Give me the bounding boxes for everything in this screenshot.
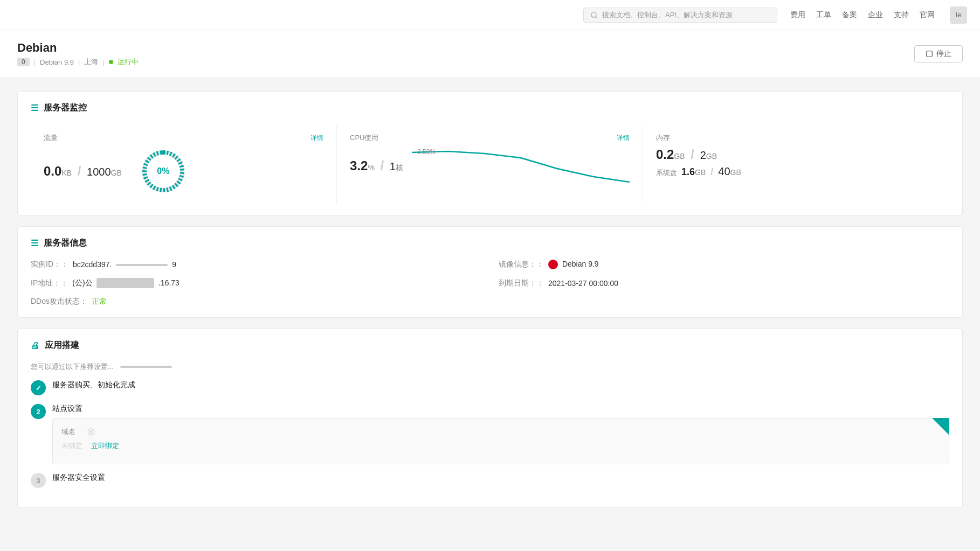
header-meta: 0 | Debian 9.9 | 上海 | 运行中: [17, 57, 139, 67]
step3-circle: 3: [31, 473, 46, 488]
memory-label: 内存: [656, 133, 936, 143]
search-icon: [590, 11, 598, 19]
app-section-header: 🖨 应用搭建: [31, 340, 949, 351]
step1-circle: ✓: [31, 380, 46, 395]
stop-icon: [926, 50, 933, 58]
help-icon: ?: [87, 428, 95, 436]
info-section-title: 服务器信息: [44, 238, 87, 249]
ip-blurred: xxx.xxx: [96, 278, 154, 288]
svg-point-5: [161, 150, 165, 155]
monitor-section-header: ☰ 服务器监控: [31, 102, 949, 114]
traffic-donut: 0%: [139, 147, 188, 196]
cpu-line-chart: [412, 147, 630, 185]
nav-gongdan[interactable]: 工单: [816, 10, 831, 20]
nav-beian[interactable]: 备案: [842, 10, 857, 20]
info-grid: 实例ID：： bc2cdd397. 9 镜像信息：： Debian 9.9 IP…: [31, 260, 949, 306]
monitor-grid: 流量 详情 0.0KB / 1000GB: [31, 124, 949, 204]
step1-title: 服务器购买、初始化完成: [52, 380, 135, 390]
app-desc-blurred: [120, 366, 172, 368]
svg-point-0: [591, 12, 596, 17]
instance-id-short: 0: [17, 58, 30, 66]
svg-line-1: [596, 16, 597, 18]
triangle-tag: [932, 418, 949, 435]
app-section: 🖨 应用搭建 您可以通过以下推荐设置... ✓ 服务器购买、初始化完成 2 站点…: [17, 329, 963, 508]
traffic-label: 流量 详情: [44, 133, 323, 143]
instance-id-row: 实例ID：： bc2cdd397. 9: [31, 260, 481, 269]
svg-text:?: ?: [90, 430, 92, 434]
step2-circle: 2: [31, 404, 46, 419]
app-desc: 您可以通过以下推荐设置...: [31, 362, 949, 372]
domain-bind-status: 未绑定: [61, 441, 82, 451]
traffic-detail-link[interactable]: 详情: [310, 134, 323, 143]
debian-icon: [548, 260, 558, 269]
cpu-detail-link[interactable]: 详情: [617, 134, 630, 143]
info-section: ☰ 服务器信息 实例ID：： bc2cdd397. 9 镜像信息：： Debia…: [17, 226, 963, 318]
app-icon: 🖨: [31, 341, 39, 351]
app-section-title: 应用搭建: [45, 340, 79, 351]
page-title: Debian: [17, 41, 139, 55]
app-step-3: 3 服务器安全设置: [31, 473, 949, 488]
ip-row: IP地址：： (公)公 xxx.xxx .16.73: [31, 278, 481, 288]
instance-id-value: bc2cdd397. 9: [73, 260, 176, 269]
app-step-2: 2 站点设置 域名 ? 未绑定 立即绑定: [31, 404, 949, 464]
stop-button[interactable]: 停止: [914, 45, 963, 62]
status-indicator: [109, 60, 113, 64]
ip-value: (公)公 xxx.xxx .16.73: [72, 278, 180, 288]
disk-value: 1.6GB / 40GB: [681, 165, 741, 178]
nav-guanwang[interactable]: 官网: [920, 10, 935, 20]
memory-card: 内存 0.2GB / 2GB 系统盘 1.6GB /: [643, 124, 949, 204]
ddos-status: 正常: [92, 297, 107, 306]
cpu-chart-label: 3.58%: [417, 148, 436, 156]
search-placeholder: 搜索文档、控制台、API、解决方案和资源: [602, 10, 733, 20]
status-text: 运行中: [118, 57, 139, 67]
monitor-section: ☰ 服务器监控 流量 详情 0.0KB / 1000GB: [17, 91, 963, 215]
cpu-chart: 3.58%: [412, 147, 630, 185]
expire-value: 2021-03-27 00:00:00: [548, 279, 618, 288]
nav-links: 费用 工单 备案 企业 支持 官网 Ie: [790, 6, 967, 24]
ddos-row: DDos攻击状态： 正常: [31, 297, 481, 306]
nav-zhichi[interactable]: 支持: [894, 10, 909, 20]
app-step-1: ✓ 服务器购买、初始化完成: [31, 380, 949, 395]
user-icon-button[interactable]: Ie: [950, 6, 967, 24]
traffic-percent: 0%: [157, 166, 169, 176]
image-row: 镜像信息：： Debian 9.9: [499, 260, 949, 269]
site-setup-box: 域名 ? 未绑定 立即绑定: [52, 418, 949, 464]
domain-bind-link[interactable]: 立即绑定: [91, 441, 119, 451]
top-navigation: 搜索文档、控制台、API、解决方案和资源 费用 工单 备案 企业 支持 官网 I…: [0, 0, 980, 30]
instance-id-blurred: [116, 264, 168, 266]
header-region: 上海: [84, 57, 98, 67]
traffic-card: 流量 详情 0.0KB / 1000GB: [31, 124, 337, 204]
monitor-section-title: 服务器监控: [44, 102, 87, 114]
monitor-icon: ☰: [31, 103, 38, 113]
cpu-card: CPU使用 详情 3.2% / 1核 3.58%: [337, 124, 643, 204]
domain-label: 域名: [61, 427, 83, 437]
header-system: Debian 9.9: [40, 58, 74, 66]
nav-feiyong[interactable]: 费用: [790, 10, 805, 20]
cpu-value: 3.2% / 1核: [350, 158, 403, 173]
cpu-label: CPU使用 详情: [350, 133, 630, 143]
expire-row: 到期日期：： 2021-03-27 00:00:00: [499, 278, 949, 288]
svg-rect-2: [927, 51, 933, 57]
header-info: Debian 0 | Debian 9.9 | 上海 | 运行中: [17, 41, 139, 67]
traffic-value: 0.0KB / 1000GB: [44, 164, 122, 179]
info-section-header: ☰ 服务器信息: [31, 238, 949, 249]
step3-title: 服务器安全设置: [52, 473, 105, 483]
step2-title: 站点设置: [52, 404, 949, 414]
page-header: Debian 0 | Debian 9.9 | 上海 | 运行中 停止: [0, 30, 980, 78]
image-value: Debian 9.9: [548, 260, 599, 269]
nav-qiye[interactable]: 企业: [868, 10, 883, 20]
main-content: ☰ 服务器监控 流量 详情 0.0KB / 1000GB: [0, 78, 980, 532]
search-bar[interactable]: 搜索文档、控制台、API、解决方案和资源: [583, 8, 777, 23]
info-icon: ☰: [31, 238, 38, 248]
memory-value: 0.2GB / 2GB: [656, 147, 717, 162]
